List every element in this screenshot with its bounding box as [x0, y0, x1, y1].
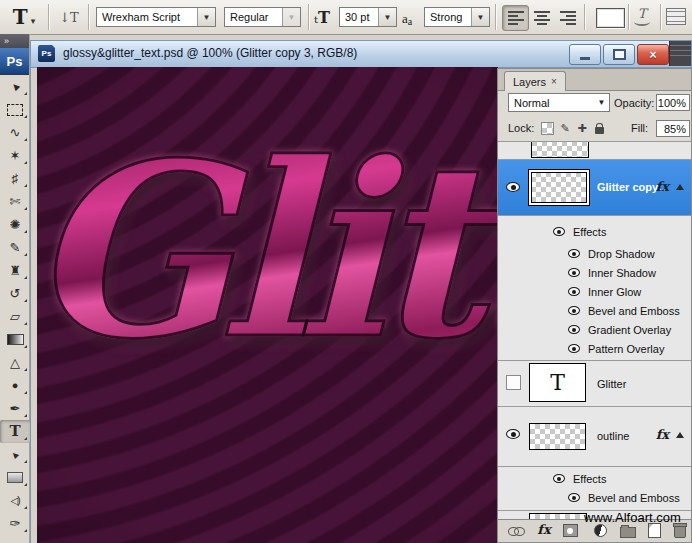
link-layers-button[interactable] [506, 522, 526, 539]
lock-transparency-button[interactable] [540, 121, 554, 135]
effect-row-bevel-emboss[interactable]: Bevel and Emboss [498, 489, 691, 508]
layer-fx-icon[interactable]: fx [656, 427, 669, 442]
eyedropper-tool[interactable]: ✑ [0, 512, 30, 535]
slice-tool[interactable]: ✄ [0, 190, 30, 213]
effects-header-row[interactable]: Effects [498, 223, 691, 241]
tool-list: ▲∿✶♯✄✺✎♜↺▱△●✒T▲◁)✑ [0, 75, 29, 535]
visibility-eye-icon[interactable] [568, 344, 580, 353]
dock-grip[interactable] [669, 41, 691, 66]
visibility-eye-icon[interactable] [553, 227, 565, 236]
visibility-eye-icon[interactable] [506, 429, 520, 439]
layer-style-button[interactable]: fx [534, 521, 554, 538]
notes-tool[interactable]: ◁) [0, 489, 30, 512]
collapse-effects-arrow[interactable] [676, 184, 684, 190]
visibility-eye-icon[interactable] [553, 474, 565, 483]
align-center-button[interactable] [528, 5, 555, 31]
collapse-effects-arrow[interactable] [676, 432, 684, 438]
chevron-down-icon[interactable]: ▼ [197, 8, 215, 26]
lock-all-button[interactable] [592, 121, 606, 135]
visibility-eye-icon[interactable] [568, 493, 580, 502]
align-right-icon [560, 9, 576, 27]
text-color-swatch[interactable] [596, 8, 625, 28]
close-button[interactable]: × [637, 44, 669, 65]
canvas[interactable]: Glitte [37, 67, 498, 543]
layer-row-outline[interactable]: outline fx [498, 407, 691, 466]
move-tool[interactable]: ▲ [0, 75, 30, 98]
visibility-checkbox-empty[interactable] [506, 375, 521, 390]
link-icon [508, 527, 524, 535]
eraser-tool[interactable]: ▱ [0, 305, 30, 328]
chevron-down-icon[interactable]: ▼ [378, 8, 396, 26]
shape-tool[interactable] [0, 466, 30, 489]
visibility-eye-icon[interactable] [568, 325, 580, 334]
visibility-eye-icon[interactable] [568, 268, 580, 277]
tab-layers[interactable]: Layers × [504, 71, 566, 91]
chevron-down-icon[interactable]: ▼ [471, 8, 489, 26]
font-style-value: Regular [225, 8, 282, 26]
restore-button[interactable] [603, 44, 635, 65]
add-layer-mask-button[interactable] [560, 522, 580, 539]
effects-header-row[interactable]: Effects [498, 470, 691, 488]
gradient-tool[interactable] [0, 328, 30, 351]
type-tool-icon: T [13, 7, 28, 27]
layer-fx-icon[interactable]: fx [656, 179, 669, 194]
font-style-select[interactable]: Regular ▼ [224, 7, 301, 27]
layer-name[interactable]: Glitter [597, 378, 626, 390]
lasso-tool[interactable]: ∿ [0, 121, 30, 144]
effect-label: Bevel and Emboss [588, 305, 680, 317]
toggle-palettes-button[interactable] [666, 8, 686, 25]
clone-stamp-tool[interactable]: ♜ [0, 259, 30, 282]
type-tool-preset[interactable]: T ▾ [6, 3, 42, 31]
blend-mode-select[interactable]: Normal ▼ [508, 93, 610, 112]
history-brush-tool[interactable]: ↺ [0, 282, 30, 305]
font-family-select[interactable]: Wrexham Script ▼ [96, 7, 216, 27]
blur-tool-icon: △ [10, 356, 20, 369]
layer-thumbnail[interactable] [529, 423, 586, 450]
folder-icon [620, 527, 636, 538]
effect-row-pattern-overlay[interactable]: Pattern Overlay [498, 340, 691, 359]
font-family-value: Wrexham Script [97, 8, 197, 26]
layer-row-glitter-copy[interactable]: Glitter copy… fx [498, 160, 691, 216]
brush-tool[interactable]: ✎ [0, 236, 30, 259]
blur-tool[interactable]: △ [0, 351, 30, 374]
crop-tool[interactable]: ♯ [0, 167, 30, 190]
marquee-tool[interactable] [0, 98, 30, 121]
fill-input[interactable]: 85% [656, 120, 690, 137]
effect-row-drop-shadow[interactable]: Drop Shadow [498, 245, 691, 264]
effect-row-gradient-overlay[interactable]: Gradient Overlay [498, 321, 691, 340]
lock-pixels-button[interactable]: ✎ [558, 121, 572, 135]
collapse-tools-button[interactable]: » [0, 34, 29, 48]
layer-row-glitter-text[interactable]: T Glitter [498, 361, 691, 406]
pen-tool[interactable]: ✒ [0, 397, 30, 420]
path-selection-tool[interactable]: ▲ [0, 443, 30, 466]
anti-alias-select[interactable]: Strong ▼ [424, 7, 490, 27]
effect-row-inner-shadow[interactable]: Inner Shadow [498, 264, 691, 283]
layer-name[interactable]: outline [597, 430, 629, 442]
visibility-eye-icon[interactable] [568, 306, 580, 315]
layer-thumbnail[interactable] [529, 170, 589, 205]
align-right-button[interactable] [554, 5, 581, 31]
opacity-input[interactable]: 100% [656, 94, 690, 111]
document-title: glossy&glitter_text.psd @ 100% (Glitter … [63, 46, 357, 60]
type-tool[interactable]: T [0, 420, 30, 443]
tab-close-icon[interactable]: × [551, 76, 557, 87]
visibility-eye-icon[interactable] [568, 249, 580, 258]
magic-wand-tool[interactable]: ✶ [0, 144, 30, 167]
burn-tool[interactable]: ● [0, 374, 30, 397]
visibility-eye-icon[interactable] [568, 287, 580, 296]
effect-label: Drop Shadow [588, 248, 655, 260]
text-orientation-button[interactable]: ↓T [54, 6, 84, 28]
minimize-button[interactable] [569, 44, 601, 65]
align-left-button[interactable] [502, 5, 529, 31]
healing-brush-tool[interactable]: ✺ [0, 213, 30, 236]
warp-text-button[interactable]: T [631, 6, 653, 28]
text-layer-thumbnail[interactable]: T [529, 363, 586, 402]
visibility-eye-icon[interactable] [506, 182, 520, 192]
separator [48, 4, 49, 30]
lock-position-button[interactable]: ✚ [575, 121, 589, 135]
effect-row-bevel-emboss[interactable]: Bevel and Emboss [498, 302, 691, 321]
partial-layer-thumbnail[interactable] [531, 141, 589, 158]
document-titlebar[interactable]: Ps glossy&glitter_text.psd @ 100% (Glitt… [31, 41, 691, 68]
effect-row-inner-glow[interactable]: Inner Glow [498, 283, 691, 302]
font-size-select[interactable]: 30 pt ▼ [339, 7, 397, 27]
